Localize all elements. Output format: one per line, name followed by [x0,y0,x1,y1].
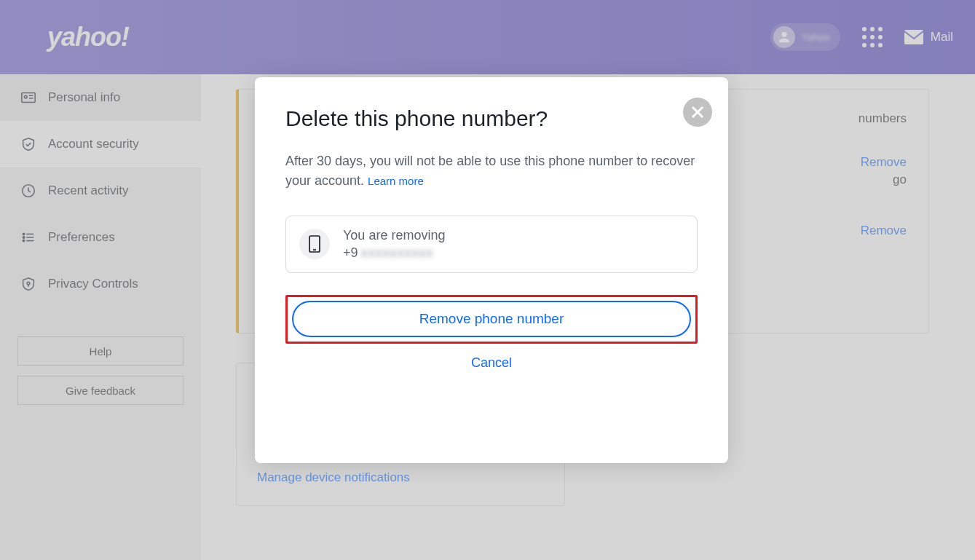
phone-obscured: xxxxxxxxxx [361,244,434,261]
phone-removal-box: You are removing +9 xxxxxxxxxx [285,216,698,273]
modal-description: After 30 days, you will not be able to u… [285,151,698,191]
phone-icon [299,229,330,259]
delete-phone-modal: Delete this phone number? After 30 days,… [255,77,728,463]
phone-prefix: +9 [343,244,358,261]
instruction-highlight: Remove phone number [285,295,698,344]
close-icon [691,106,704,119]
learn-more-link[interactable]: Learn more [368,175,424,187]
close-button[interactable] [683,98,712,127]
removing-label: You are removing [343,226,445,244]
cancel-link[interactable]: Cancel [285,355,698,371]
modal-title: Delete this phone number? [285,106,698,131]
remove-phone-button[interactable]: Remove phone number [292,301,691,337]
